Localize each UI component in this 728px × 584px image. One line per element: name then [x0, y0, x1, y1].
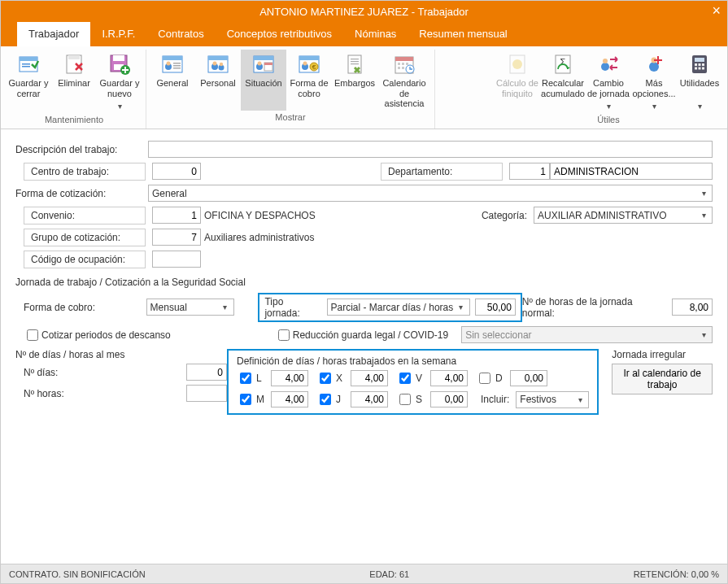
delete-button[interactable]: Eliminar: [51, 50, 97, 113]
centro-trabajo-label[interactable]: Centro de trabajo:: [24, 163, 146, 181]
chevron-down-icon: ▾: [219, 303, 232, 312]
tab-contratos[interactable]: Contratos: [146, 22, 215, 46]
save-new-icon: [108, 53, 131, 76]
tipo-jornada-pct[interactable]: [475, 299, 516, 316]
descripcion-input[interactable]: [148, 141, 713, 158]
forma-cobro-label: Forma de cobro:: [15, 302, 140, 313]
day-l-checkbox[interactable]: [240, 373, 251, 384]
svg-rect-56: [654, 59, 662, 61]
svg-rect-44: [398, 67, 400, 69]
save-close-button[interactable]: Guardar y cerrar: [6, 50, 51, 113]
day-m-label: M: [256, 394, 268, 405]
departamento-num[interactable]: [509, 163, 550, 180]
day-j-checkbox[interactable]: [320, 394, 331, 405]
svg-point-32: [303, 62, 307, 66]
titlebar: ANTONIO MARTINEZ JUAREZ - Trabajador ×: [1, 1, 727, 22]
tab-resumen[interactable]: Resumen mensual: [408, 22, 518, 46]
forma-cobro-button[interactable]: € Forma de cobro: [286, 50, 332, 111]
day-d-checkbox[interactable]: [479, 373, 490, 384]
day-v-checkbox[interactable]: [399, 373, 411, 384]
recalcular-icon: Σ: [551, 53, 574, 76]
departamento-label[interactable]: Departamento:: [381, 163, 503, 181]
embargos-icon: [343, 53, 366, 76]
personal-button[interactable]: Personal: [195, 50, 241, 111]
situacion-icon: [252, 53, 275, 76]
general-label: General: [156, 78, 188, 99]
svg-rect-62: [695, 68, 697, 70]
svg-rect-7: [113, 55, 124, 61]
utilidades-button[interactable]: Utilidades ▾: [677, 50, 722, 113]
day-m-value[interactable]: [271, 391, 308, 407]
calendario-button[interactable]: Calendario de asistencia: [377, 50, 431, 111]
cotizar-descanso-checkbox[interactable]: [27, 329, 38, 341]
day-x-checkbox[interactable]: [320, 373, 331, 384]
incluir-select[interactable]: Festivos▾: [516, 391, 589, 408]
tab-nominas[interactable]: Nóminas: [343, 22, 408, 46]
n-horas-input[interactable]: [186, 385, 227, 402]
day-s-value[interactable]: [430, 391, 468, 407]
svg-rect-14: [173, 63, 181, 64]
jornada-irregular-group: Jornada irregular Ir al calendario de tr…: [599, 349, 713, 394]
mas-opciones-button[interactable]: Más opciones... ▾: [631, 50, 677, 113]
svg-rect-16: [173, 68, 181, 69]
n-dias-input[interactable]: [186, 364, 227, 381]
save-close-label: Guardar y cerrar: [7, 78, 50, 99]
horas-normal-input[interactable]: [672, 299, 713, 316]
svg-rect-58: [695, 58, 704, 62]
tab-conceptos[interactable]: Conceptos retributivos: [216, 22, 343, 46]
day-d-value[interactable]: [510, 370, 547, 386]
delete-label: Eliminar: [58, 78, 90, 99]
grupo-cotizacion-num[interactable]: [152, 229, 201, 246]
codigo-ocupacion-input[interactable]: [152, 251, 201, 268]
grupo-cotizacion-label[interactable]: Grupo de cotización:: [24, 229, 146, 246]
calendario-label: Calendario de asistencia: [379, 78, 429, 109]
day-j-value[interactable]: [351, 391, 388, 407]
forma-cobro-icon: €: [298, 53, 320, 76]
convenio-label[interactable]: Convenio:: [24, 207, 146, 224]
svg-rect-30: [299, 56, 319, 60]
embargos-button[interactable]: Embargos: [332, 50, 377, 111]
ir-calendario-button[interactable]: Ir al calendario de trabajo: [612, 364, 713, 394]
ribbon-group-label-utils: Útiles: [597, 113, 620, 126]
day-j-label: J: [336, 394, 347, 405]
recalcular-button[interactable]: Σ Recalcular acumulado: [540, 50, 586, 113]
chevron-down-icon: ▾: [113, 102, 126, 111]
menubar: Trabajador I.R.P.F. Contratos Conceptos …: [1, 22, 727, 46]
day-v-value[interactable]: [430, 370, 468, 386]
utilidades-label: Utilidades: [680, 78, 719, 99]
centro-trabajo-num[interactable]: [152, 163, 201, 180]
tipo-jornada-select[interactable]: Parcial - Marcar días / horas▾: [327, 299, 470, 316]
day-x-value[interactable]: [351, 370, 388, 386]
cambio-jornada-button[interactable]: Cambio de jornada ▾: [586, 50, 631, 113]
grupo-cotizacion-name: Auxiliares administrativos: [204, 232, 314, 243]
reduccion-checkbox[interactable]: [278, 329, 290, 341]
categoria-select[interactable]: AUXILIAR ADMINISTRATIVO▾: [534, 207, 713, 224]
close-icon[interactable]: ×: [712, 2, 721, 20]
chevron-down-icon: ▾: [573, 395, 586, 404]
day-s-checkbox[interactable]: [399, 394, 411, 405]
day-m: M: [237, 391, 308, 407]
tab-irpf[interactable]: I.R.P.F.: [90, 22, 146, 46]
situacion-button[interactable]: Situación: [241, 50, 286, 111]
categoria-label: Categoría:: [482, 210, 527, 221]
svg-rect-60: [699, 63, 701, 66]
finiquito-icon: [506, 53, 529, 76]
day-v-label: V: [416, 373, 427, 384]
forma-cobro-select[interactable]: Mensual▾: [146, 299, 234, 316]
day-m-checkbox[interactable]: [240, 394, 251, 405]
forma-cotizacion-select[interactable]: General▾: [148, 185, 713, 202]
svg-rect-15: [173, 65, 181, 67]
departamento-name[interactable]: [550, 163, 713, 180]
save-new-button[interactable]: Guardar y nuevo ▾: [97, 50, 142, 113]
definicion-dias-group: Definición de días / horas trabajados en…: [227, 349, 599, 415]
tab-trabajador[interactable]: Trabajador: [17, 22, 90, 46]
convenio-num[interactable]: [152, 207, 201, 224]
finiquito-label: Cálculo de finiquito: [496, 78, 538, 99]
codigo-ocupacion-label[interactable]: Código de ocupación:: [24, 251, 146, 268]
day-l-value[interactable]: [271, 370, 308, 386]
situacion-label: Situación: [245, 78, 281, 99]
svg-rect-11: [163, 56, 182, 60]
general-button[interactable]: General: [150, 50, 195, 111]
day-l: L: [237, 370, 308, 386]
delete-icon: [63, 53, 85, 76]
